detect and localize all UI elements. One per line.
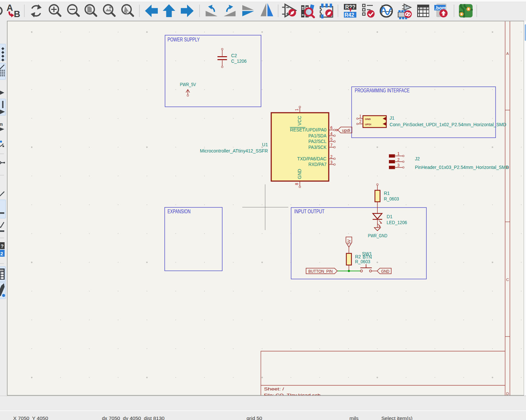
svg-text:EXPANSION: EXPANSION — [168, 209, 191, 214]
svg-text:PA3/SCK: PA3/SCK — [308, 145, 327, 150]
svg-text:6: 6 — [330, 126, 333, 130]
svg-text:R1: R1 — [384, 191, 390, 196]
svg-text:GND: GND — [365, 118, 371, 121]
svg-text:Microcontroller_ATtiny412_SSFR: Microcontroller_ATtiny412_SSFR — [200, 148, 268, 153]
svg-text:BUTTON_PIN: BUTTON_PIN — [308, 269, 333, 274]
svg-text:5: 5 — [330, 137, 333, 142]
svg-text:PA2/SCL: PA2/SCL — [308, 139, 326, 144]
svg-text:UPDI: UPDI — [365, 123, 371, 126]
svg-text:R_0603: R_0603 — [384, 196, 399, 201]
svg-text:R2: R2 — [355, 254, 361, 259]
svg-text:GND: GND — [297, 169, 302, 179]
svg-text:2: 2 — [397, 157, 400, 162]
svg-text:PinHeader_01x03_P2.54mm_Horizo: PinHeader_01x03_P2.54mm_Horizontal_SMD — [415, 165, 509, 170]
svg-text:3: 3 — [330, 160, 333, 165]
svg-text:PWR_GND: PWR_GND — [368, 233, 387, 238]
svg-text:C_1206: C_1206 — [231, 58, 247, 64]
svg-text:D: D — [506, 392, 509, 396]
svg-text:C: C — [506, 278, 509, 282]
svg-text:updi: updi — [342, 128, 350, 133]
svg-text:PA1/SDA: PA1/SDA — [308, 133, 327, 138]
svg-text:2: 2 — [330, 154, 333, 159]
svg-text:3: 3 — [397, 163, 400, 168]
svg-text:Conn_PinSocket_UPDI_1x02_P2.54: Conn_PinSocket_UPDI_1x02_P2.54mm_Horizon… — [390, 122, 506, 127]
svg-text:J2: J2 — [415, 156, 420, 161]
svg-text:2: 2 — [359, 119, 362, 124]
svg-text:LED_1206: LED_1206 — [387, 220, 407, 225]
svg-text:C2: C2 — [231, 53, 237, 58]
svg-text:U1: U1 — [262, 142, 268, 147]
svg-text:D1: D1 — [387, 214, 393, 219]
svg-text:GND: GND — [381, 269, 390, 274]
svg-text:J1: J1 — [390, 115, 394, 121]
svg-text:R_0603: R_0603 — [355, 259, 370, 264]
svg-text:1: 1 — [359, 114, 362, 119]
svg-text:5V: 5V — [347, 240, 351, 245]
svg-text:POWER SUPPLY: POWER SUPPLY — [168, 37, 200, 42]
svg-text:1: 1 — [397, 152, 400, 156]
svg-text:Sheet: /: Sheet: / — [264, 386, 284, 391]
svg-text:7: 7 — [330, 143, 333, 148]
svg-text:RESET/UPDI/PA0: RESET/UPDI/PA0 — [290, 127, 326, 132]
svg-text:PROGRAMMING INTERFACE: PROGRAMMING INTERFACE — [355, 88, 410, 93]
svg-text:A: A — [506, 52, 509, 56]
svg-text:1: 1 — [295, 108, 299, 111]
svg-text:8: 8 — [295, 183, 299, 185]
svg-text:TXD/PA6/DAC: TXD/PA6/DAC — [297, 156, 326, 161]
svg-text:INPUT OUTPUT: INPUT OUTPUT — [294, 209, 324, 214]
svg-text:PWR_5V: PWR_5V — [180, 82, 196, 87]
svg-text:4: 4 — [330, 131, 333, 136]
svg-text:RXD/PA7: RXD/PA7 — [308, 162, 326, 167]
svg-text:VCC: VCC — [297, 116, 302, 126]
